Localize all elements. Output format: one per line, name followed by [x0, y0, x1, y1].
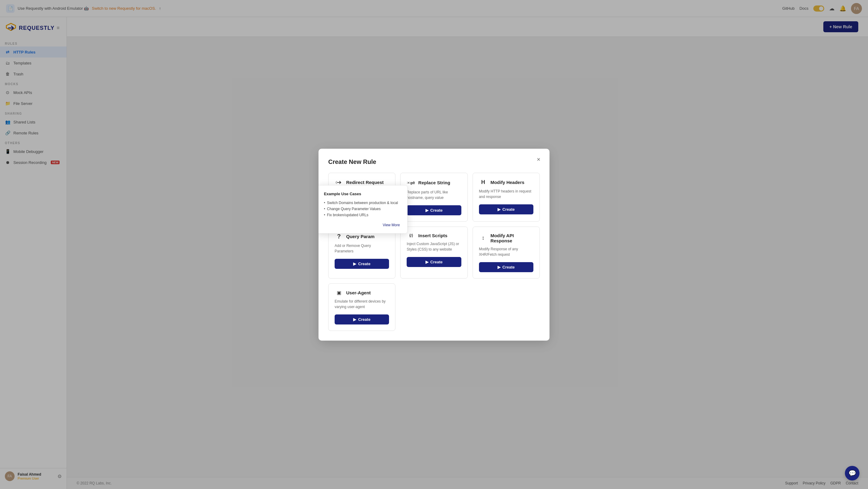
- create-arrow-icon: ▶: [426, 260, 429, 264]
- card-header: ? Query Param: [335, 233, 389, 240]
- create-arrow-icon: ▶: [353, 317, 356, 322]
- card-header: Redirect Request: [335, 179, 389, 186]
- card-header: ⇌ Replace String: [407, 179, 461, 186]
- tooltip-item: Change Query Parameter Values: [324, 206, 400, 212]
- create-arrow-icon: ▶: [426, 208, 429, 212]
- user-agent-create-button[interactable]: ▶ Create: [335, 314, 389, 324]
- card-title: User-Agent: [346, 290, 371, 295]
- create-arrow-icon: ▶: [498, 265, 501, 269]
- modify-api-response-icon: ↕: [479, 235, 488, 241]
- create-label: Create: [358, 317, 370, 322]
- card-desc: Modify Response of any XHR/Fetch request: [479, 246, 533, 257]
- create-label: Create: [502, 207, 515, 212]
- card-title: Replace String: [418, 180, 450, 185]
- card-title: Redirect Request: [346, 180, 383, 185]
- query-param-icon: ?: [335, 233, 343, 240]
- create-arrow-icon: ▶: [353, 261, 356, 266]
- user-agent-icon: ▣: [335, 290, 343, 295]
- chat-bubble-button[interactable]: 💬: [845, 466, 860, 481]
- card-title: Insert Scripts: [418, 233, 447, 238]
- tooltip-title: Example Use Cases: [324, 192, 400, 196]
- redirect-request-card: Redirect Request Map Local or Redirect a…: [328, 173, 395, 222]
- query-param-card: ? Query Param Add or Remove Query Parame…: [328, 227, 395, 279]
- create-label: Create: [358, 261, 370, 266]
- redirect-tooltip-popup: Example Use Cases Switch Domains between…: [318, 185, 408, 234]
- modify-api-response-card: ↕ Modify API Response Modify Response of…: [473, 227, 540, 279]
- query-param-create-button[interactable]: ▶ Create: [335, 259, 389, 269]
- modal-overlay[interactable]: Create New Rule × Redirect Request Map L…: [0, 0, 868, 489]
- card-header: ▣ User-Agent: [335, 290, 389, 295]
- card-title: Modify API Response: [491, 233, 533, 243]
- create-label: Create: [430, 208, 442, 212]
- card-title: Query Param: [346, 234, 374, 239]
- tooltip-list: Switch Domains between production & loca…: [324, 200, 400, 218]
- modify-headers-create-button[interactable]: ▶ Create: [479, 204, 533, 214]
- card-desc: Add or Remove Query Parameters: [335, 243, 389, 254]
- card-desc: Emulate for different devices by varying…: [335, 299, 389, 310]
- modify-api-response-create-button[interactable]: ▶ Create: [479, 262, 533, 272]
- card-header: ⟨/⟩ Insert Scripts: [407, 233, 461, 238]
- user-agent-card: ▣ User-Agent Emulate for different devic…: [328, 283, 395, 331]
- tooltip-item: Fix broken/updated URLs: [324, 212, 400, 218]
- create-rule-modal: Create New Rule × Redirect Request Map L…: [318, 149, 550, 341]
- tooltip-item: Switch Domains between production & loca…: [324, 200, 400, 206]
- card-desc: Inject Custom JavaScript (JS) or Styles …: [407, 241, 461, 252]
- modal-title: Create New Rule: [328, 159, 540, 166]
- replace-string-card: ⇌ Replace String Replace parts of URL li…: [400, 173, 467, 222]
- replace-string-icon: ⇌: [407, 179, 415, 186]
- tooltip-view-more[interactable]: View More: [324, 223, 400, 227]
- modal-close-button[interactable]: ×: [534, 155, 544, 165]
- modify-headers-icon: H: [479, 179, 488, 185]
- insert-scripts-icon: ⟨/⟩: [407, 233, 415, 238]
- card-desc: Modify HTTP headers in request and respo…: [479, 189, 533, 200]
- create-arrow-icon: ▶: [498, 207, 501, 212]
- replace-string-create-button[interactable]: ▶ Create: [407, 205, 461, 215]
- create-label: Create: [502, 265, 515, 269]
- card-header: ↕ Modify API Response: [479, 233, 533, 243]
- card-title: Modify Headers: [491, 180, 525, 185]
- card-desc: Replace parts of URL like hostname, quer…: [407, 190, 461, 200]
- modify-headers-card: H Modify Headers Modify HTTP headers in …: [473, 173, 540, 222]
- insert-scripts-card: ⟨/⟩ Insert Scripts Inject Custom JavaScr…: [400, 227, 467, 279]
- card-header: H Modify Headers: [479, 179, 533, 185]
- rule-cards-grid: Redirect Request Map Local or Redirect a…: [328, 173, 540, 331]
- insert-scripts-create-button[interactable]: ▶ Create: [407, 257, 461, 267]
- redirect-request-icon: [335, 179, 343, 186]
- create-label: Create: [430, 260, 442, 264]
